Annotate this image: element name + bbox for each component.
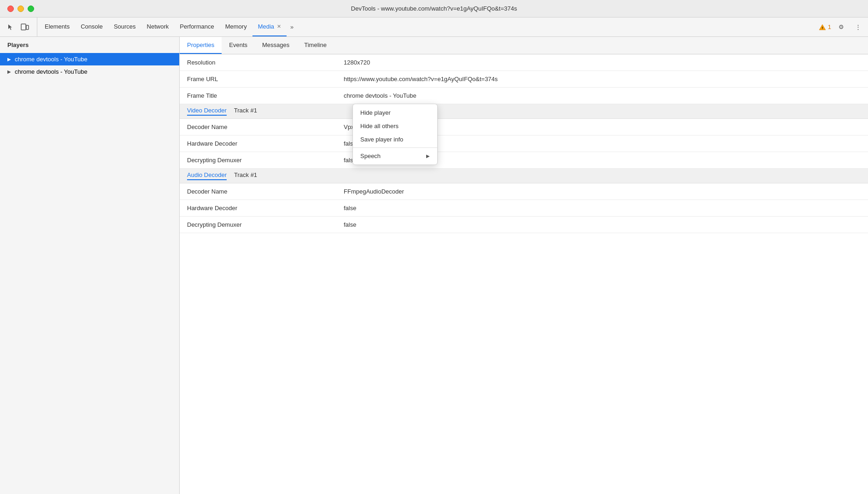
property-key-title: Frame Title <box>180 88 336 103</box>
audio-decoder-name-row: Decoder Name FFmpegAudioDecoder <box>180 183 868 200</box>
sub-tab-messages[interactable]: Messages <box>255 37 297 54</box>
sidebar: Players ▶ chrome devtools - YouTube ▶ ch… <box>0 37 180 494</box>
svg-rect-0 <box>21 24 26 30</box>
video-decoder-header: Video Decoder Track #1 <box>180 104 868 119</box>
tab-console[interactable]: Console <box>75 18 108 36</box>
warning-badge[interactable]: ! 1 <box>819 24 831 30</box>
video-decrypting-demuxer-key: Decrypting Demuxer <box>180 153 336 167</box>
audio-hardware-decoder-key: Hardware Decoder <box>180 201 336 215</box>
audio-decoder-name-value: FFmpegAudioDecoder <box>336 184 868 199</box>
player-label-1: chrome devtools - YouTube <box>15 56 88 63</box>
svg-text:!: ! <box>821 26 823 30</box>
video-hardware-decoder-row: Hardware Decoder false <box>180 135 868 152</box>
nav-tabs: Elements Console Sources Network Perform… <box>39 18 287 36</box>
cursor-icon[interactable] <box>4 21 17 34</box>
audio-decoder-name-key: Decoder Name <box>180 184 336 199</box>
content-area: Properties Events Messages Timeline Reso… <box>180 37 868 494</box>
more-options-icon[interactable]: ⋮ <box>851 21 864 34</box>
video-decrypting-demuxer-row: Decrypting Demuxer false <box>180 152 868 169</box>
audio-decoder-header: Audio Decoder Track #1 <box>180 169 868 183</box>
property-key-url: Frame URL <box>180 72 336 86</box>
audio-decrypting-demuxer-value: false <box>336 218 868 232</box>
speech-submenu-arrow-icon: ▶ <box>426 153 430 159</box>
audio-decrypting-demuxer-row: Decrypting Demuxer false <box>180 217 868 233</box>
window-title: DevTools - www.youtube.com/watch?v=e1gAy… <box>351 5 517 12</box>
sub-tab-timeline[interactable]: Timeline <box>297 37 334 54</box>
tab-performance[interactable]: Performance <box>174 18 219 36</box>
context-menu-item-speech[interactable]: Speech ▶ <box>353 149 437 163</box>
svg-rect-1 <box>26 25 29 29</box>
context-menu-item-hide-all-others[interactable]: Hide all others <box>353 119 437 133</box>
sidebar-header: Players <box>0 37 179 53</box>
property-row-resolution: Resolution 1280x720 <box>180 54 868 71</box>
video-decoder-name-key: Decoder Name <box>180 120 336 134</box>
player-label-2: chrome devtools - YouTube <box>15 68 88 75</box>
player-item-1[interactable]: ▶ chrome devtools - YouTube <box>0 53 179 65</box>
property-row-url: Frame URL https://www.youtube.com/watch?… <box>180 71 868 88</box>
video-decoder-track-tab[interactable]: Track #1 <box>234 107 257 116</box>
title-bar: DevTools - www.youtube.com/watch?v=e1gAy… <box>0 0 868 18</box>
property-key-resolution: Resolution <box>180 55 336 70</box>
audio-decoder-track-tab[interactable]: Track #1 <box>234 171 257 180</box>
audio-hardware-decoder-value: false <box>336 201 868 215</box>
context-menu-separator <box>353 147 437 148</box>
sub-tabs: Properties Events Messages Timeline <box>180 37 868 54</box>
player-item-2[interactable]: ▶ chrome devtools - YouTube <box>0 65 179 78</box>
traffic-lights <box>7 6 34 12</box>
tab-media-close[interactable]: ✕ <box>277 24 281 29</box>
player-arrow-1: ▶ <box>7 57 11 62</box>
sub-tab-properties[interactable]: Properties <box>180 37 222 54</box>
property-value-resolution: 1280x720 <box>336 55 868 70</box>
tab-elements[interactable]: Elements <box>39 18 75 36</box>
device-toggle-icon[interactable] <box>18 21 31 34</box>
properties-table: Resolution 1280x720 Frame URL https://ww… <box>180 54 868 494</box>
settings-icon[interactable]: ⚙ <box>835 21 848 34</box>
context-menu: Hide player Hide all others Save player … <box>352 104 438 165</box>
minimize-button[interactable] <box>18 6 24 12</box>
property-value-url: https://www.youtube.com/watch?v=e1gAyQuI… <box>336 72 868 86</box>
tab-network[interactable]: Network <box>141 18 175 36</box>
player-arrow-2: ▶ <box>7 69 11 74</box>
property-value-title: chrome devtools - YouTube <box>336 88 868 103</box>
audio-hardware-decoder-row: Hardware Decoder false <box>180 200 868 217</box>
tab-sources[interactable]: Sources <box>108 18 141 36</box>
tab-memory[interactable]: Memory <box>220 18 252 36</box>
main-layout: Players ▶ chrome devtools - YouTube ▶ ch… <box>0 37 868 494</box>
close-button[interactable] <box>7 6 14 12</box>
context-menu-item-hide-player[interactable]: Hide player <box>353 106 437 119</box>
context-menu-item-save-player-info[interactable]: Save player info <box>353 133 437 146</box>
tab-media[interactable]: Media ✕ <box>252 18 287 36</box>
audio-decoder-tab[interactable]: Audio Decoder <box>187 171 227 180</box>
video-decoder-name-row: Decoder Name VpxVideoDecoder <box>180 119 868 135</box>
more-tabs-button[interactable]: » <box>287 18 297 36</box>
toolbar-right: ! 1 ⚙ ⋮ <box>819 18 864 36</box>
toolbar-icon-group <box>4 18 37 36</box>
property-row-title: Frame Title chrome devtools - YouTube <box>180 88 868 104</box>
audio-decrypting-demuxer-key: Decrypting Demuxer <box>180 218 336 232</box>
maximize-button[interactable] <box>28 6 34 12</box>
video-hardware-decoder-key: Hardware Decoder <box>180 136 336 151</box>
video-decoder-tab[interactable]: Video Decoder <box>187 107 227 116</box>
sub-tab-events[interactable]: Events <box>222 37 255 54</box>
main-toolbar: Elements Console Sources Network Perform… <box>0 18 868 37</box>
